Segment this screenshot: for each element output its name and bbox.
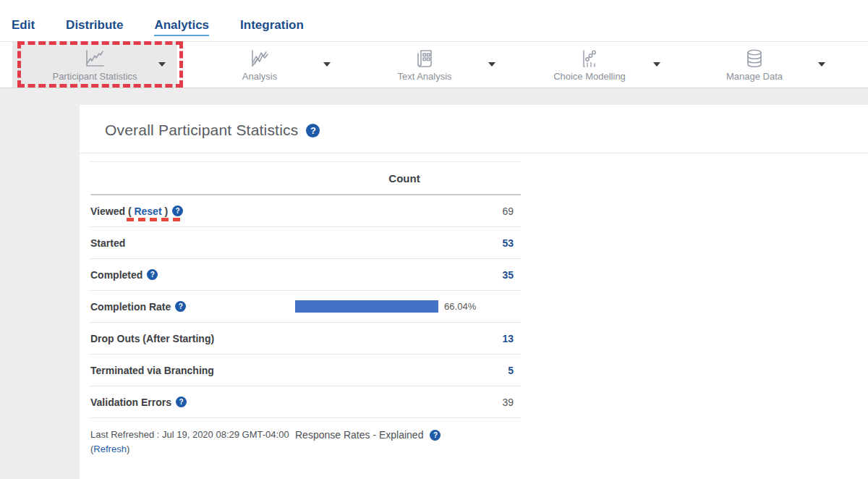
completion-rate-percent: 66.04%: [444, 301, 476, 312]
chevron-down-icon[interactable]: [158, 62, 166, 67]
row-label: Viewed ( Reset ): [90, 205, 295, 217]
nav-analytics[interactable]: Analytics: [154, 18, 209, 36]
table-row-completion-rate: Completion Rate 66.04%: [90, 291, 521, 323]
last-refreshed-text: Last Refreshed : Jul 19, 2020 08:29 GMT-…: [90, 428, 295, 457]
help-icon[interactable]: [306, 124, 320, 137]
participant-statistics-table: Count Viewed ( Reset ) 69 Started 53: [90, 161, 521, 418]
row-value: 69: [295, 205, 521, 217]
title-row: Overall Participant Statistics: [105, 122, 857, 139]
toolbar-item-analysis[interactable]: Analysis: [177, 42, 342, 88]
terminated-label: Terminated via Branching: [90, 365, 214, 376]
last-refreshed-suffix: ): [127, 444, 129, 454]
content-area: Overall Participant Statistics Count Vie…: [0, 88, 868, 479]
trend-chart-icon: [247, 48, 272, 69]
help-icon[interactable]: [175, 301, 186, 312]
help-icon[interactable]: [172, 205, 183, 216]
reset-link[interactable]: Reset: [134, 205, 161, 217]
row-value: 35: [295, 269, 521, 281]
table-row-validation-errors: Validation Errors 39: [90, 386, 521, 418]
row-label: Completion Rate: [90, 301, 295, 313]
completed-label: Completed: [90, 269, 142, 281]
toolbar-item-manage-data[interactable]: Manage Data: [672, 42, 837, 88]
toolbar-item-participant-statistics[interactable]: Participant Statistics: [12, 42, 177, 88]
validation-errors-label: Validation Errors: [90, 397, 171, 408]
help-icon[interactable]: [176, 397, 187, 407]
row-value: 39: [295, 397, 521, 408]
table-header-row: Count: [90, 162, 521, 195]
toolbar-item-choice-modelling[interactable]: Choice Modelling: [507, 42, 672, 88]
count-header: Count: [295, 172, 521, 185]
response-rates-label: Response Rates - Explained: [295, 429, 423, 441]
row-label: Terminated via Branching: [90, 365, 295, 376]
left-gutter: [0, 88, 80, 479]
completion-rate-label: Completion Rate: [90, 301, 171, 313]
database-icon: [742, 48, 767, 69]
row-label: Started: [90, 237, 295, 249]
completion-rate-bar: 66.04%: [295, 300, 512, 313]
table-row-terminated: Terminated via Branching 5: [90, 355, 521, 386]
scatter-chart-icon: [577, 48, 602, 69]
chevron-down-icon[interactable]: [653, 62, 660, 67]
row-label: Validation Errors: [90, 397, 295, 408]
viewed-label: Viewed (: [90, 205, 134, 217]
row-label: Drop Outs (After Starting): [90, 333, 295, 344]
completion-rate-bar-fill: [295, 300, 438, 313]
table-row-drop-outs: Drop Outs (After Starting) 13: [90, 323, 521, 355]
toolbar-item-label: Choice Modelling: [553, 71, 626, 82]
table-row-completed: Completed 35: [90, 259, 521, 291]
page: Edit Distribute Analytics Integration Pa…: [0, 0, 868, 479]
row-value: 53: [295, 237, 521, 249]
nav-edit[interactable]: Edit: [12, 18, 35, 36]
page-title: Overall Participant Statistics: [105, 122, 298, 139]
help-icon[interactable]: [147, 269, 158, 280]
started-label: Started: [90, 237, 125, 249]
drop-outs-label: Drop Outs (After Starting): [90, 333, 214, 344]
toolbar-item-label: Text Analysis: [397, 71, 451, 82]
row-value: 5: [295, 365, 521, 376]
top-nav: Edit Distribute Analytics Integration: [0, 0, 868, 41]
table-row-viewed: Viewed ( Reset ) 69: [90, 195, 521, 227]
refresh-link[interactable]: Refresh: [93, 444, 127, 454]
row-label: Completed: [90, 269, 295, 281]
table-row-started: Started 53: [90, 227, 521, 259]
nav-distribute[interactable]: Distribute: [66, 18, 123, 36]
toolbar-item-text-analysis[interactable]: Text Analysis: [342, 42, 507, 88]
newspaper-icon: [412, 48, 437, 69]
toolbar-item-label: Manage Data: [726, 71, 783, 82]
analytics-toolbar: Participant Statistics Analysis: [0, 41, 868, 88]
help-icon[interactable]: [430, 430, 441, 441]
row-value: 13: [295, 333, 521, 344]
chevron-down-icon[interactable]: [818, 62, 825, 67]
chevron-down-icon[interactable]: [323, 62, 331, 67]
toolbar-item-label: Analysis: [242, 71, 277, 82]
annotation-dashed-underline: [127, 218, 180, 221]
line-chart-icon: [82, 48, 107, 69]
completion-rate-cell: 66.04%: [295, 300, 521, 313]
content-card: Overall Participant Statistics Count Vie…: [80, 105, 868, 479]
nav-integration[interactable]: Integration: [240, 18, 304, 36]
toolbar-item-label: Participant Statistics: [52, 71, 137, 82]
chevron-down-icon[interactable]: [488, 62, 495, 67]
viewed-label-suffix: ): [162, 205, 169, 217]
response-rates-explained: Response Rates - Explained: [295, 428, 441, 442]
table-footer: Last Refreshed : Jul 19, 2020 08:29 GMT-…: [90, 428, 597, 457]
divider: [80, 153, 868, 153]
